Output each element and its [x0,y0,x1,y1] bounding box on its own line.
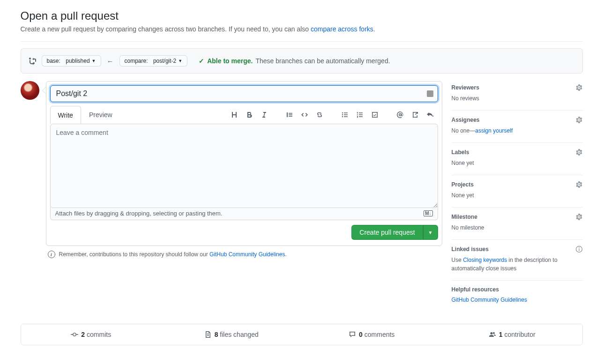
stat-commits[interactable]: 2 commits [21,324,162,345]
bullet-list-icon[interactable] [341,111,349,119]
svg-point-0 [342,112,342,113]
svg-point-2 [342,116,342,117]
stat-comments[interactable]: 0 comments [302,324,442,345]
info-icon: i [48,251,55,258]
italic-icon[interactable] [260,111,268,119]
clipboard-icon [427,90,433,97]
numbered-list-icon[interactable] [356,111,364,119]
sidebar-linked-issues: Linked issues Use Closing keywords in th… [452,240,583,281]
markdown-icon[interactable]: M↓ [424,210,432,216]
linked-title: Linked issues [452,246,489,253]
reply-icon[interactable] [426,111,434,119]
bold-icon[interactable] [245,111,253,119]
comment-textarea[interactable] [50,124,438,208]
gear-icon[interactable] [575,181,583,188]
markdown-toolbar [230,111,438,119]
sidebar-projects: Projects None yet [452,175,583,208]
compare-value: post/git-2 [153,58,176,64]
base-value: published [66,58,89,64]
compare-forks-link[interactable]: compare across forks [311,25,373,33]
reviewers-content: No reviews [452,94,583,103]
sidebar-reviewers: Reviewers No reviews [452,81,583,111]
files-label: files changed [220,331,259,338]
milestone-content: No milestone [452,223,583,232]
assign-yourself-link[interactable]: assign yourself [475,127,513,134]
contrib-count: 1 [499,331,503,338]
contribution-reminder: i Remember, contributions to this reposi… [46,251,442,258]
sidebar-labels: Labels None yet [452,143,583,175]
avatar[interactable] [21,81,39,100]
reviewers-title: Reviewers [452,84,479,91]
comments-count: 0 [359,331,363,338]
stat-files[interactable]: 8 files changed [161,324,302,345]
community-guidelines-link[interactable]: GitHub Community Guidelines [209,251,285,258]
gear-icon[interactable] [575,213,583,221]
speech-arrow [42,87,46,94]
assignees-title: Assignees [452,117,480,123]
comments-label: comments [365,331,395,338]
stat-contributors[interactable]: 1 contributor [442,324,582,345]
heading-icon[interactable] [230,111,238,119]
code-icon[interactable] [300,111,309,119]
cross-reference-icon[interactable] [411,111,419,119]
contrib-label: contributor [505,331,536,338]
resources-content: GitHub Community Guidelines [452,296,583,304]
editor-card: Write Preview [46,81,442,246]
comment-icon [349,331,356,338]
attach-hint-row[interactable]: Attach files by dragging & dropping, sel… [50,207,438,220]
svg-point-1 [342,114,342,115]
base-branch-selector[interactable]: base: published ▼ [42,55,101,67]
milestone-title: Milestone [452,214,477,220]
commits-label: commits [87,331,111,338]
file-diff-icon [204,331,212,338]
resources-title: Helpful resources [452,286,499,293]
link-icon[interactable] [315,111,324,119]
info-icon[interactable] [575,245,583,253]
desc-text: Create a new pull request by comparing c… [21,25,311,33]
merge-status: ✓ Able to merge. These branches can be a… [199,57,390,65]
labels-title: Labels [452,149,469,156]
divider [21,41,583,42]
files-count: 8 [215,331,218,338]
page-description: Create a new pull request by comparing c… [21,25,583,33]
merge-note-text: These branches can be automatically merg… [255,57,390,65]
resources-link[interactable]: GitHub Community Guidelines [452,297,527,303]
stats-row: 2 commits 8 files changed 0 comments 1 c… [21,324,583,345]
reminder-post: . [285,251,286,258]
reminder-text: Remember, contributions to this reposito… [59,251,210,258]
closing-keywords-link[interactable]: Closing keywords [463,257,507,263]
caret-down-icon: ▼ [92,59,96,63]
page-title: Open a pull request [21,9,583,22]
gear-icon[interactable] [575,149,583,156]
create-pr-button[interactable]: Create pull request [351,225,423,240]
people-icon [489,331,496,338]
projects-content: None yet [452,191,583,200]
assignees-content: No one—assign yourself [452,126,583,135]
linked-pre: Use [452,257,463,263]
arrow-left-icon: ← [107,57,114,65]
tasklist-icon[interactable] [371,111,379,119]
desc-text-post: . [373,25,375,33]
tab-preview[interactable]: Preview [81,106,120,124]
tab-write[interactable]: Write [50,106,81,124]
assignees-pre: No one— [452,127,476,134]
pr-title-input[interactable] [50,85,438,102]
labels-content: None yet [452,159,583,167]
commit-icon [71,331,78,338]
git-compare-icon [29,57,36,65]
attach-hint-text: Attach files by dragging & dropping, sel… [55,210,223,217]
base-label: base: [47,58,60,64]
compare-label: compare: [125,58,148,64]
compare-box: base: published ▼ ← compare: post/git-2 … [21,48,583,74]
check-icon: ✓ [199,57,204,65]
mention-icon[interactable] [396,111,404,119]
sidebar-resources: Helpful resources GitHub Community Guide… [452,281,583,312]
linked-content: Use Closing keywords in the description … [452,256,583,273]
gear-icon[interactable] [575,116,583,124]
create-pr-dropdown[interactable]: ▼ [423,225,438,240]
compare-branch-selector[interactable]: compare: post/git-2 ▼ [119,55,188,67]
projects-title: Projects [452,181,474,188]
gear-icon[interactable] [575,84,583,91]
commits-count: 2 [81,331,85,338]
quote-icon[interactable] [285,111,294,119]
